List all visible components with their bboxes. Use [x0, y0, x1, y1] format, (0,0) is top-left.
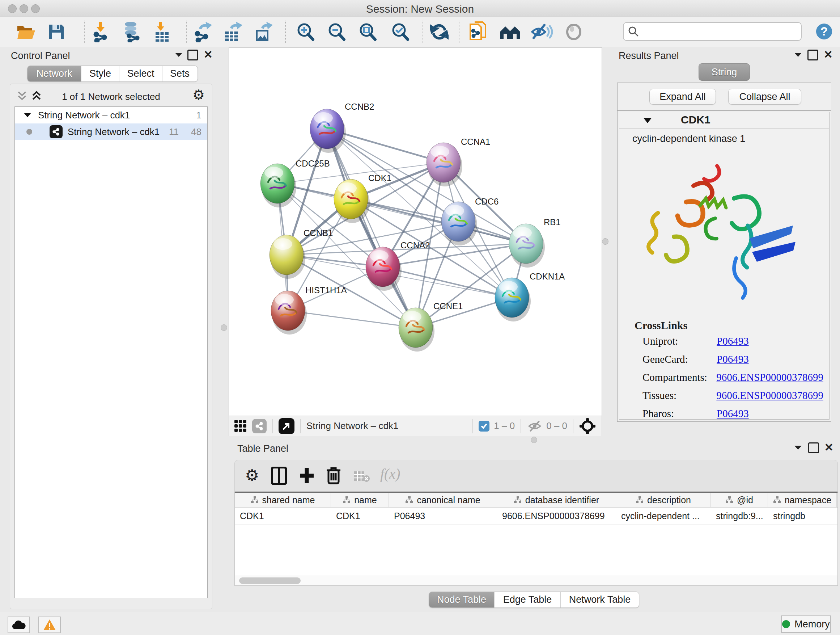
crosslink-link[interactable]: 9606.ENSP00000378699	[716, 390, 823, 402]
left-splitter-handle[interactable]	[221, 325, 227, 331]
scrollbar-thumb[interactable]	[239, 578, 301, 584]
column-attribute-icon	[725, 496, 733, 504]
table-cell[interactable]: cyclin-dependent ...	[616, 508, 711, 524]
show-all-button[interactable]	[562, 21, 585, 43]
zoom-selected-button[interactable]	[388, 21, 412, 43]
tab-node-table[interactable]: Node Table	[429, 592, 494, 608]
cloud-status-button[interactable]	[8, 616, 30, 633]
search-input[interactable]	[639, 26, 792, 38]
export-table-button[interactable]	[221, 21, 245, 43]
network-edge[interactable]	[383, 267, 512, 298]
first-neighbors-button[interactable]	[499, 21, 522, 43]
export-network-button[interactable]	[191, 21, 214, 43]
tab-select[interactable]: Select	[119, 66, 162, 81]
memory-button[interactable]: Memory	[781, 616, 831, 633]
zoom-in-button[interactable]	[294, 21, 317, 43]
column-header-database-identifier[interactable]: database identifier	[497, 493, 616, 507]
tab-edge-table[interactable]: Edge Table	[494, 592, 561, 608]
import-network-database-button[interactable]	[120, 21, 143, 43]
network-node-ccnb2[interactable]	[310, 109, 346, 153]
duplicate-network-button[interactable]	[467, 21, 490, 43]
zoom-fit-button[interactable]	[356, 21, 379, 43]
import-network-file-button[interactable]	[90, 21, 113, 43]
collection-expand-arrow[interactable]	[24, 112, 32, 118]
network-collection-row[interactable]: String Network – cdk1 1	[15, 107, 207, 124]
column-header-shared-name[interactable]: shared name	[235, 493, 331, 507]
network-node-ccna1[interactable]	[426, 143, 462, 187]
results-panel-float-button[interactable]	[807, 50, 818, 60]
table-gear-button[interactable]: ⚙	[245, 466, 259, 485]
selected-checkbox[interactable]	[478, 421, 489, 432]
tab-network[interactable]: Network	[27, 66, 81, 81]
network-options-gear-button[interactable]: ⚙	[193, 87, 205, 103]
function-builder-button[interactable]: f(x)	[380, 465, 401, 482]
column-header-description[interactable]: description	[616, 493, 711, 507]
refresh-view-button[interactable]	[428, 21, 451, 43]
save-session-button[interactable]	[45, 21, 68, 43]
table-cell[interactable]: P06493	[389, 508, 497, 524]
tab-sets[interactable]: Sets	[162, 66, 197, 81]
open-session-button[interactable]	[14, 21, 38, 43]
network-edge[interactable]	[288, 310, 416, 328]
control-panel-close-button[interactable]: ✕	[204, 48, 213, 61]
crosslink-link[interactable]: 9606.ENSP00000378699	[716, 371, 823, 383]
tab-style[interactable]: Style	[81, 66, 119, 81]
column-header-label: shared name	[262, 495, 315, 505]
birdseye-toggle-button[interactable]	[579, 418, 596, 434]
crosslink-link[interactable]: P06493	[717, 353, 749, 365]
network-node-cdkn1a[interactable]	[495, 278, 531, 321]
table-panel-float-button[interactable]	[808, 442, 819, 453]
network-row[interactable]: String Network – cdk1 11 48	[15, 124, 207, 140]
network-node-ccnb1[interactable]	[270, 235, 305, 279]
network-view-mode-button[interactable]	[252, 419, 267, 433]
table-panel-menu-button[interactable]	[794, 444, 802, 451]
protein-collapse-arrow[interactable]	[643, 117, 652, 124]
zoom-out-button[interactable]	[325, 21, 348, 43]
network-node-ccne1[interactable]	[399, 308, 434, 352]
table-cell[interactable]: CDK1	[331, 508, 389, 524]
tab-string[interactable]: String	[699, 63, 750, 81]
network-node-rb1[interactable]	[509, 224, 545, 268]
warnings-button[interactable]	[38, 616, 61, 633]
table-cell[interactable]: stringdb:9...	[711, 508, 768, 524]
add-column-button[interactable]	[298, 467, 315, 485]
table-cell[interactable]: 9606.ENSP00000378699	[497, 508, 616, 524]
delete-column-button[interactable]	[326, 466, 341, 485]
column-header-canonical-name[interactable]: canonical name	[389, 493, 497, 507]
expand-all-button[interactable]: Expand All	[649, 89, 716, 105]
network-node-hist1h1a[interactable]	[271, 291, 307, 334]
detach-view-button[interactable]	[279, 418, 294, 434]
right-splitter-handle[interactable]	[602, 238, 608, 245]
control-panel-float-button[interactable]	[187, 50, 198, 60]
crosslink-link[interactable]: P06493	[717, 335, 749, 347]
table-cell[interactable]: stringdb	[768, 508, 837, 524]
show-columns-button[interactable]	[271, 467, 287, 485]
network-node-cdk1[interactable]	[334, 179, 370, 223]
control-panel-menu-button[interactable]	[174, 51, 183, 58]
column-header--id[interactable]: @id	[711, 493, 768, 507]
network-node-cdc6[interactable]	[441, 202, 477, 245]
column-header-name[interactable]: name	[331, 493, 389, 507]
table-row[interactable]: CDK1CDK1P064939606.ENSP00000378699cyclin…	[235, 508, 837, 524]
help-button[interactable]: ?	[816, 24, 832, 40]
tab-network-table[interactable]: Network Table	[561, 592, 639, 608]
network-edge[interactable]	[327, 129, 416, 328]
column-header-namespace[interactable]: namespace	[768, 493, 837, 507]
grid-view-button[interactable]	[234, 420, 247, 432]
hide-selected-button[interactable]	[531, 21, 554, 43]
collapse-all-button[interactable]: Collapse All	[728, 89, 801, 105]
protein-header[interactable]: CDK1	[619, 112, 829, 128]
expand-collapse-row: Expand All Collapse All	[617, 83, 831, 111]
network-canvas[interactable]: CCNB2CCNA1CDC25BCDK1CDC6RB1CCNB1CCNA2CDK…	[229, 48, 602, 416]
results-panel-menu-button[interactable]	[794, 51, 802, 58]
import-table-button[interactable]	[150, 21, 174, 43]
results-panel-close-button[interactable]: ✕	[824, 48, 833, 61]
crosslink-link[interactable]: P06493	[717, 408, 749, 420]
export-image-button[interactable]	[252, 21, 275, 43]
network-node-cdc25b[interactable]	[261, 164, 296, 207]
table-cell[interactable]: CDK1	[235, 508, 331, 524]
clear-table-button[interactable]	[354, 470, 370, 483]
table-horizontal-scrollbar[interactable]	[235, 576, 837, 585]
table-panel-close-button[interactable]: ✕	[824, 441, 834, 454]
network-node-ccna2[interactable]	[366, 247, 401, 291]
